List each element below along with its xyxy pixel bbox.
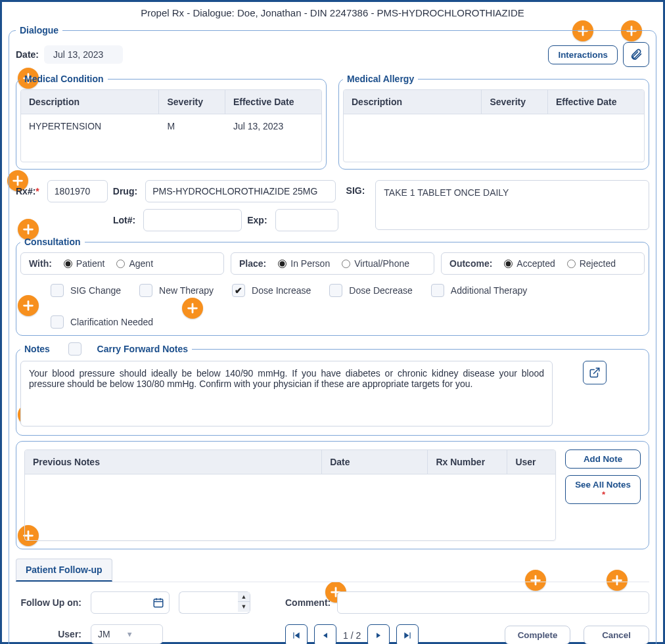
- radio-place-inperson[interactable]: In Person: [278, 258, 330, 269]
- lot-input[interactable]: [143, 209, 242, 231]
- svg-marker-32: [377, 633, 380, 638]
- col-date: Date: [322, 450, 428, 474]
- attachment-button[interactable]: [623, 42, 649, 67]
- user-select[interactable]: JM▼: [91, 624, 163, 644]
- pager-text: 1 / 2: [343, 630, 361, 641]
- col-user: User: [507, 450, 555, 474]
- medical-condition-panel: Medical Condition Description Severity E…: [16, 74, 327, 170]
- radio-place-virtual[interactable]: Virtual/Phone: [342, 258, 409, 269]
- col-previous-notes: Previous Notes: [25, 450, 322, 474]
- chk-carry-forward[interactable]: [68, 342, 81, 356]
- with-label: With:: [29, 258, 52, 269]
- col-severity: Severity: [482, 90, 547, 114]
- consultation-legend: Consultation: [20, 237, 85, 247]
- medical-allergy-table: Description Severity Effective Date: [344, 90, 644, 162]
- tab-patient-followup[interactable]: Patient Follow-up: [16, 559, 112, 582]
- medical-condition-table: Description Severity Effective Date HYPE…: [21, 90, 321, 162]
- svg-rect-29: [293, 632, 294, 638]
- svg-marker-33: [405, 632, 409, 638]
- col-effective-date: Effective Date: [225, 90, 321, 114]
- step-up-button[interactable]: ▲: [238, 592, 250, 602]
- with-group: With: Patient Agent: [20, 252, 224, 275]
- sig-text[interactable]: TAKE 1 TABLET ONCE DAILY: [375, 180, 649, 230]
- chk-new-therapy[interactable]: New Therapy: [139, 284, 214, 297]
- med-allergy-legend: Medical Allergy: [343, 74, 418, 84]
- pager: 1 / 2: [285, 624, 419, 645]
- paperclip-icon: [630, 48, 643, 61]
- carry-forward-label[interactable]: Carry Forward Notes: [97, 344, 188, 354]
- exp-label: Exp:: [247, 215, 267, 225]
- pager-prev-button[interactable]: [314, 624, 336, 645]
- notes-panel: Notes Carry Forward Notes: [16, 342, 649, 436]
- chk-dose-increase[interactable]: Dose Increase: [232, 284, 311, 297]
- see-all-notes-button[interactable]: See All Notes *: [565, 475, 641, 504]
- radio-with-patient[interactable]: Patient: [64, 258, 105, 269]
- complete-button[interactable]: Complete: [505, 626, 570, 644]
- followup-time-stepper[interactable]: ▲▼: [179, 591, 250, 614]
- med-cond-legend: Medical Condition: [20, 74, 108, 84]
- pager-next-button[interactable]: [367, 624, 390, 645]
- lot-label: Lot#:: [113, 215, 135, 225]
- chk-additional-therapy[interactable]: Additional Therapy: [431, 284, 527, 297]
- outcome-label: Outcome:: [449, 258, 492, 269]
- col-severity: Severity: [159, 90, 225, 114]
- drug-label: Drug:: [113, 186, 137, 196]
- col-effective-date: Effective Date: [547, 90, 643, 114]
- window-title: Propel Rx - Dialogue: Doe, Jonathan - DI…: [2, 2, 663, 25]
- chk-sig-change[interactable]: SIG Change: [51, 284, 121, 297]
- user-label: User:: [16, 629, 81, 639]
- svg-line-24: [594, 368, 599, 373]
- external-link-icon: [589, 367, 601, 379]
- notes-legend: Notes: [24, 344, 50, 354]
- dialogue-legend: Dialogue: [16, 25, 62, 35]
- date-label: Date:: [16, 49, 39, 60]
- previous-notes-panel: Previous Notes Date Rx Number User Add N…: [16, 441, 649, 549]
- sig-label: SIG:: [346, 185, 365, 196]
- followup-on-label: Follow Up on:: [16, 597, 81, 608]
- expand-notes-button[interactable]: [583, 361, 607, 384]
- previous-notes-table: Previous Notes Date Rx Number User: [25, 450, 555, 540]
- radio-outcome-rejected[interactable]: Rejected: [567, 258, 616, 269]
- exp-input[interactable]: [275, 209, 338, 231]
- table-row[interactable]: HYPERTENSION M Jul 13, 2023: [21, 114, 321, 139]
- medical-allergy-panel: Medical Allergy Description Severity Eff…: [338, 74, 649, 170]
- consultation-panel: Consultation With: Patient Agent Place: …: [16, 237, 649, 336]
- drug-input[interactable]: [145, 180, 336, 202]
- cancel-button[interactable]: Cancel: [584, 626, 649, 644]
- dialogue-window: Propel Rx - Dialogue: Doe, Jonathan - DI…: [0, 0, 665, 644]
- svg-rect-25: [154, 599, 163, 607]
- chk-clarification[interactable]: Clarification Needed: [51, 315, 153, 329]
- svg-marker-30: [295, 632, 300, 638]
- followup-date-input[interactable]: [91, 591, 170, 614]
- comment-label: Comment:: [285, 597, 331, 608]
- col-rx-number: Rx Number: [428, 450, 507, 474]
- calendar-icon: [152, 597, 164, 609]
- rx-number-input[interactable]: [47, 180, 108, 202]
- radio-outcome-accepted[interactable]: Accepted: [504, 258, 555, 269]
- notes-textarea[interactable]: [20, 361, 553, 426]
- outcome-group: Outcome: Accepted Rejected: [441, 252, 645, 275]
- svg-rect-34: [410, 632, 411, 638]
- place-label: Place:: [239, 258, 266, 269]
- interactions-button[interactable]: Interactions: [548, 45, 618, 64]
- comment-input[interactable]: [337, 591, 649, 614]
- rx-label: Rx#:*: [16, 186, 39, 196]
- svg-marker-31: [323, 633, 327, 638]
- chk-dose-decrease[interactable]: Dose Decrease: [329, 284, 413, 297]
- step-down-button[interactable]: ▼: [238, 602, 250, 612]
- place-group: Place: In Person Virtual/Phone: [231, 252, 434, 275]
- pager-last-button[interactable]: [396, 624, 419, 645]
- dialogue-panel: Dialogue Date: Jul 13, 2023 Interactions…: [9, 25, 656, 644]
- chevron-down-icon: ▼: [126, 630, 133, 638]
- radio-with-agent[interactable]: Agent: [116, 258, 153, 269]
- pager-first-button[interactable]: [285, 624, 308, 645]
- col-description: Description: [344, 90, 482, 114]
- add-note-button[interactable]: Add Note: [565, 449, 641, 469]
- col-description: Description: [21, 90, 159, 114]
- dialogue-date[interactable]: Jul 13, 2023: [44, 45, 123, 64]
